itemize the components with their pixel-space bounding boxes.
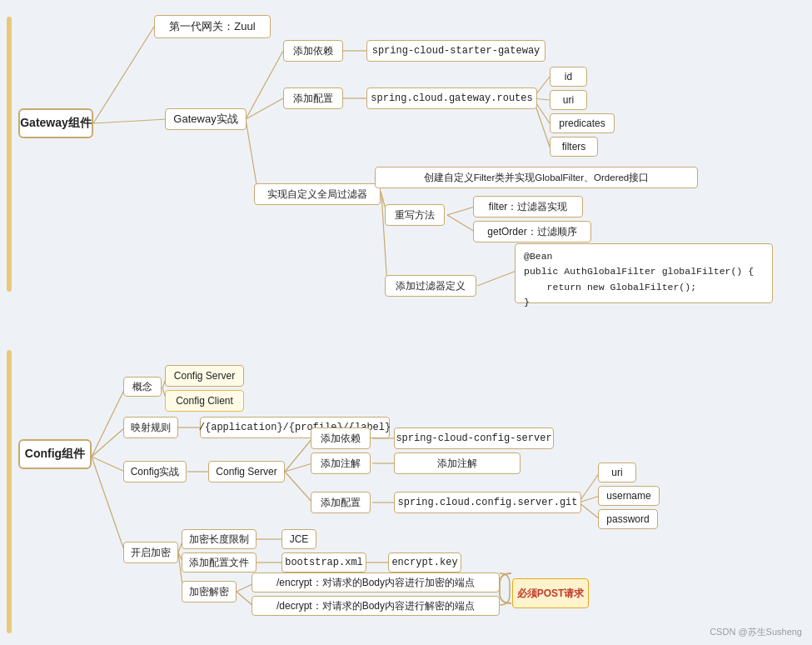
config-server-node: Config Server	[208, 461, 285, 482]
svg-line-14	[447, 207, 475, 215]
config-add-dep2-label: 添加依赖	[321, 432, 361, 446]
config-encrypt-endpoint-label: /encrypt：对请求的Body内容进行加密的端点	[276, 576, 475, 590]
config-mapping-node: 映射规则	[123, 417, 178, 438]
config-client-concept-node: Config Client	[165, 390, 244, 412]
config-uri-node: uri	[598, 462, 636, 482]
gateway-shizhan-node: Gateway实战	[165, 108, 247, 130]
gateway-getorder-label: getOrder：过滤顺序	[487, 225, 576, 239]
config-encryptkey-text: encrypt.key	[391, 557, 457, 568]
config-config-val-label: spring.cloud.config.server.git	[397, 497, 577, 508]
gateway-routes-label: spring.cloud.gateway.routes	[371, 92, 532, 104]
gateway-bean-code-label: @Beanpublic AuthGlobalFilter globalFilte…	[524, 251, 754, 308]
gateway-starter-label: spring-cloud-starter-gateway	[372, 45, 541, 57]
config-username-node: username	[598, 486, 660, 506]
gateway-create-filter-label: 创建自定义Filter类并实现GlobalFilter、Ordered接口	[424, 172, 650, 184]
svg-line-2	[246, 51, 283, 119]
gateway-add-filter-node: 添加过滤器定义	[385, 275, 476, 297]
config-decrypt-endpoint-node: /decrypt：对请求的Body内容进行解密的端点	[252, 596, 500, 616]
svg-line-33	[579, 502, 600, 519]
config-concept-label: 概念	[132, 380, 152, 394]
svg-line-19	[92, 457, 125, 472]
config-password-node: password	[598, 509, 658, 529]
config-encryptkey-node: encrypt.key	[388, 552, 461, 572]
canvas: Gateway组件 第一代网关：Zuul 添加依赖 spring-cloud-s…	[0, 0, 812, 645]
gateway-filter-impl-label: filter：过滤器实现	[489, 200, 568, 214]
config-add-dep2-node: 添加依赖	[311, 428, 371, 449]
config-jce-label-node: 加密长度限制	[182, 529, 257, 549]
config-server-concept-node: Config Server	[165, 365, 244, 387]
gateway-predicates-label: predicates	[559, 118, 605, 129]
gateway-zuul-label: 第一代网关：Zuul	[169, 19, 255, 34]
config-bootstrap-val-node: bootstrap.xml	[281, 552, 366, 572]
config-username-label: username	[606, 490, 650, 502]
gateway-main-label: Gateway组件	[20, 116, 92, 131]
svg-line-3	[246, 98, 283, 119]
config-main-node: Config组件	[18, 439, 92, 469]
svg-line-18	[92, 428, 125, 457]
config-concept-node: 概念	[123, 377, 162, 397]
gateway-add-dep-node: 添加依赖	[283, 40, 343, 62]
config-shizhan-label: Config实战	[131, 465, 180, 479]
gateway-create-filter-node: 创建自定义Filter类并实现GlobalFilter、Ordered接口	[375, 167, 698, 188]
watermark: CSDN @苏生Susheng	[710, 626, 802, 638]
gateway-filter-impl-node: filter：过滤器实现	[473, 196, 583, 218]
gateway-uri-label: uri	[563, 94, 574, 106]
config-bootstrap-label-text: 添加配置文件	[189, 556, 249, 570]
gateway-global-filter-node: 实现自定义全局过滤器	[254, 183, 381, 205]
gateway-uri-node: uri	[550, 90, 587, 110]
svg-line-15	[447, 215, 475, 232]
gateway-shizhan-label: Gateway实战	[173, 112, 237, 127]
gateway-starter-node: spring-cloud-starter-gateway	[366, 40, 545, 62]
config-client-concept-label: Config Client	[176, 395, 233, 407]
gateway-filters-node: filters	[550, 137, 598, 157]
gateway-id-label: id	[565, 71, 572, 82]
gateway-add-dep-label: 添加依赖	[293, 44, 333, 58]
config-jce-label-text: 加密长度限制	[189, 532, 249, 547]
config-post-required-label: 必须POST请求	[517, 587, 585, 601]
gateway-zuul-node: 第一代网关：Zuul	[154, 15, 271, 38]
svg-line-16	[477, 271, 516, 286]
svg-line-25	[285, 438, 312, 472]
svg-line-26	[285, 463, 312, 472]
config-mapping-label: 映射规则	[131, 421, 171, 435]
config-jce-node: JCE	[281, 529, 316, 549]
svg-line-17	[92, 388, 125, 457]
svg-line-32	[579, 496, 600, 502]
config-encrypt-node: 开启加密	[123, 542, 178, 563]
config-dep-val-label: spring-cloud-config-server	[396, 432, 551, 444]
gateway-id-node: id	[550, 67, 587, 87]
config-encrypt-label: 开启加密	[131, 546, 171, 560]
config-add-config2-node: 添加配置	[311, 492, 371, 513]
config-anno-val-node: 添加注解	[394, 452, 521, 474]
gateway-getorder-node: getOrder：过滤顺序	[473, 221, 591, 242]
brace-svg	[496, 572, 515, 615]
config-add-anno-label: 添加注解	[321, 457, 361, 471]
config-jce-text: JCE	[290, 533, 309, 545]
gateway-main-node: Gateway组件	[18, 108, 93, 138]
config-bootstrap-val-text: bootstrap.xml	[285, 557, 363, 568]
config-shizhan-node: Config实战	[123, 461, 187, 482]
config-uri-label: uri	[611, 467, 622, 478]
config-config-val-node: spring.cloud.config.server.git	[394, 492, 581, 513]
config-dep-val-node: spring-cloud-config-server	[394, 428, 554, 449]
config-server-node-label: Config Server	[216, 466, 276, 478]
config-password-label: password	[606, 513, 649, 525]
gateway-add-config-node: 添加配置	[283, 88, 343, 109]
config-endec-node: 加密解密	[182, 581, 237, 602]
left-accent-top	[7, 17, 12, 292]
gateway-filters-label: filters	[562, 141, 586, 152]
config-main-label: Config组件	[25, 447, 85, 462]
config-add-config2-label: 添加配置	[321, 496, 361, 510]
config-server-concept-label: Config Server	[174, 370, 235, 382]
gateway-global-filter-label: 实现自定义全局过滤器	[267, 188, 367, 202]
gateway-add-config-label: 添加配置	[293, 92, 333, 106]
gateway-bean-code-node: @Beanpublic AuthGlobalFilter globalFilte…	[515, 243, 773, 303]
config-add-anno-node: 添加注解	[311, 452, 371, 474]
gateway-add-filter-label: 添加过滤器定义	[396, 279, 466, 293]
svg-line-0	[93, 27, 154, 123]
config-post-required-node: 必须POST请求	[512, 578, 589, 608]
gateway-rewrite-node: 重写方法	[385, 204, 445, 226]
left-accent-bottom	[7, 350, 12, 633]
gateway-routes-node: spring.cloud.gateway.routes	[366, 88, 537, 109]
config-decrypt-endpoint-label: /decrypt：对请求的Body内容进行解密的端点	[276, 599, 475, 613]
